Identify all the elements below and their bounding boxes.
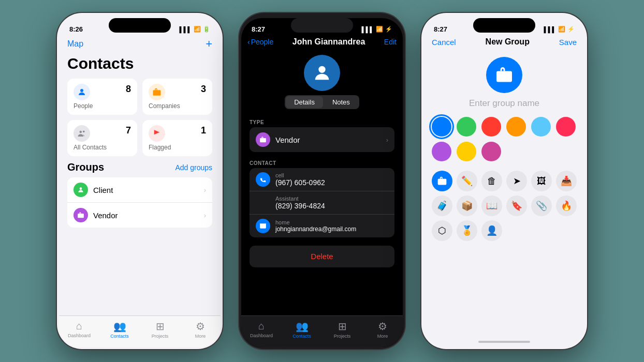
type-section: TYPE Vendor › [241, 115, 403, 156]
newgroup-icon-area: Enter group name [423, 51, 585, 113]
projects-label: Projects [334, 334, 351, 339]
icon-bookmark[interactable]: 🔖 [506, 195, 527, 216]
projects-icon: ⊞ [338, 320, 347, 333]
cancel-button[interactable]: Cancel [432, 38, 456, 47]
phone3-status-icons: ▌▌▌ 📶 ⚡ [544, 26, 575, 33]
type-row[interactable]: Vendor › [250, 127, 394, 152]
tab-contacts[interactable]: 👥 Contacts [99, 320, 140, 339]
delete-button[interactable]: Delete [250, 246, 394, 267]
icon-cube[interactable]: ⬡ [432, 220, 452, 241]
battery-icon: ⚡ [385, 26, 392, 33]
svg-rect-5 [78, 214, 84, 218]
people-card[interactable]: 8 People [67, 79, 137, 115]
color-pink[interactable] [556, 117, 576, 137]
type-section-label: TYPE [250, 119, 394, 125]
tab2-contacts[interactable]: 👥 Contacts [282, 320, 322, 339]
dashboard-label: Dashboard [250, 333, 273, 338]
color-purple[interactable] [432, 142, 451, 161]
tab2-dashboard[interactable]: ⌂ Dashboard [241, 320, 282, 339]
assistant-row[interactable]: Assistant (829) 396-4824 [250, 191, 394, 215]
icon-inbox[interactable]: 📥 [556, 171, 577, 191]
all-contacts-count: 7 [126, 125, 131, 136]
icon-paperclip[interactable]: 📎 [531, 195, 552, 216]
color-orange[interactable] [506, 117, 526, 137]
icon-send[interactable]: ➤ [506, 171, 527, 191]
icon-suitcase[interactable]: 🧳 [432, 195, 452, 216]
all-contacts-label: All Contacts [74, 144, 131, 151]
wifi-icon: 📶 [194, 26, 201, 33]
groups-header: Groups Add groups [67, 161, 212, 173]
color-yellow[interactable] [457, 142, 476, 161]
color-row-2 [432, 142, 577, 161]
back-button[interactable]: ‹ People [247, 38, 273, 46]
more-icon: ⚙ [378, 320, 387, 333]
svg-point-2 [80, 131, 82, 133]
detail-tab-group: Details Notes [285, 95, 359, 109]
back-label: People [251, 38, 274, 46]
tab-more[interactable]: ⚙ More [180, 320, 221, 339]
dashboard-icon: ⌂ [76, 320, 82, 332]
group-item-vendor[interactable]: Vendor › [67, 203, 212, 228]
flagged-label: Flagged [149, 144, 206, 151]
contact-section: CONTACT cell (967) 605-0962 Assis [241, 156, 403, 242]
back-chevron-icon: ‹ [247, 38, 250, 46]
contact-section-label: CONTACT [250, 160, 394, 166]
type-name: Vendor [275, 135, 300, 144]
contact-card: cell (967) 605-0962 Assistant (829) 396-… [250, 168, 394, 237]
color-picker-section [423, 113, 585, 171]
battery-icon: ⚡ [567, 26, 575, 33]
group-item-client[interactable]: Client › [67, 177, 212, 203]
cell-row[interactable]: cell (967) 605-0962 [250, 168, 394, 191]
svg-point-3 [83, 130, 85, 132]
svg-point-0 [80, 89, 83, 92]
icon-medal[interactable]: 🏅 [457, 220, 477, 241]
color-magenta[interactable] [481, 142, 501, 161]
tab-dashboard[interactable]: ⌂ Dashboard [59, 320, 99, 339]
color-green[interactable] [457, 117, 476, 137]
flagged-card[interactable]: 1 Flagged [142, 120, 212, 156]
phone1-time: 8:26 [69, 25, 83, 33]
email-row[interactable]: home johngiannandrea@gmail.com [250, 215, 394, 237]
group-name-input[interactable]: Enter group name [469, 98, 539, 109]
type-chevron-icon: › [386, 136, 388, 144]
icon-briefcase[interactable] [432, 171, 452, 191]
assistant-value: (829) 396-4824 [275, 202, 388, 210]
phone2-tab-bar: ⌂ Dashboard 👥 Contacts ⊞ Projects ⚙ More [241, 315, 403, 347]
companies-card[interactable]: 3 Companies [142, 79, 212, 115]
map-link[interactable]: Map [67, 39, 83, 49]
phone3-time: 8:27 [434, 25, 447, 33]
signal-icon: ▌▌▌ [544, 26, 556, 33]
phone1: 8:26 ▌▌▌ 📶 🔋 Map + Contacts 8 [57, 13, 223, 349]
details-tab[interactable]: Details [286, 96, 323, 108]
companies-icon [149, 84, 165, 100]
edit-button[interactable]: Edit [384, 38, 397, 46]
add-contact-button[interactable]: + [206, 37, 212, 51]
flagged-count: 1 [201, 125, 206, 136]
color-blue[interactable] [432, 117, 451, 137]
color-cyan[interactable] [531, 117, 551, 137]
all-contacts-card[interactable]: 7 All Contacts [67, 120, 137, 156]
svg-point-6 [318, 66, 325, 73]
add-groups-button[interactable]: Add groups [175, 163, 212, 172]
projects-label: Projects [152, 334, 169, 339]
icon-flame[interactable]: 🔥 [556, 195, 577, 216]
icon-pencil[interactable]: ✏️ [457, 171, 477, 191]
icon-person[interactable]: 👤 [481, 220, 502, 241]
more-icon: ⚙ [196, 320, 205, 333]
tab2-more[interactable]: ⚙ More [362, 320, 403, 339]
icon-book[interactable]: 📖 [481, 195, 502, 216]
icon-box[interactable]: 📦 [457, 195, 477, 216]
cell-text: cell (967) 605-0962 [275, 172, 388, 187]
signal-icon: ▌▌▌ [362, 26, 374, 33]
save-button[interactable]: Save [559, 38, 577, 47]
companies-count: 3 [201, 84, 206, 95]
tab-projects[interactable]: ⊞ Projects [140, 320, 180, 339]
color-red[interactable] [481, 117, 501, 137]
icon-photo[interactable]: 🖼 [531, 171, 552, 191]
phone2-status-icons: ▌▌▌ 📶 ⚡ [362, 26, 392, 33]
tab2-projects[interactable]: ⊞ Projects [322, 320, 362, 339]
more-label: More [195, 334, 206, 339]
notes-tab[interactable]: Notes [324, 96, 358, 108]
phone1-notch [109, 18, 171, 33]
icon-trash[interactable]: 🗑 [481, 171, 502, 191]
